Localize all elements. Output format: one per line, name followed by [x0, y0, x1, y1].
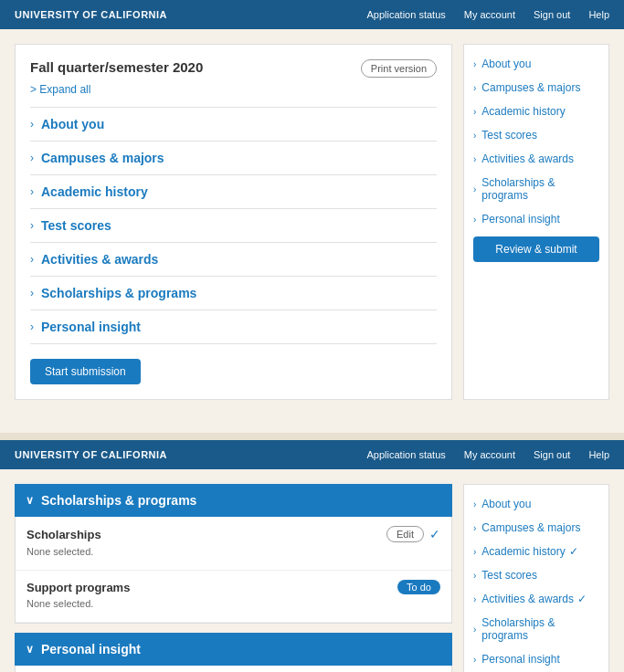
- brand-label: UNIVERSITY OF CALIFORNIA: [15, 9, 167, 20]
- edit-button[interactable]: Edit: [386, 526, 424, 542]
- sidebar-bottom-scholarships[interactable]: › Scholarships & programs: [464, 611, 608, 647]
- section-label: Academic history: [41, 184, 148, 199]
- todo-badge: To do: [397, 580, 440, 594]
- chevron-icon: ›: [30, 253, 34, 266]
- nav-sign-out[interactable]: Sign out: [534, 9, 570, 20]
- sidebar-review-button[interactable]: Review & submit: [473, 236, 599, 262]
- sidebar-label: Campuses & majors: [481, 521, 580, 534]
- nav-sign-out-2[interactable]: Sign out: [534, 449, 570, 460]
- support-actions: To do: [397, 580, 440, 594]
- scholarships-actions: Edit ✓: [386, 526, 440, 542]
- scholarships-sub: None selected.: [26, 546, 440, 561]
- nav-help[interactable]: Help: [588, 9, 609, 20]
- section-label: Personal insight: [41, 320, 141, 334]
- nav-application-status[interactable]: Application status: [367, 9, 446, 20]
- chevron-icon: ›: [473, 154, 476, 164]
- sidebar-label: Scholarships & programs: [481, 616, 599, 642]
- section-item-test-scores[interactable]: › Test scores: [30, 208, 437, 242]
- nav-links: Application status My account Sign out H…: [367, 9, 609, 20]
- support-title: Support programs: [26, 581, 130, 594]
- navbar: UNIVERSITY OF CALIFORNIA Application sta…: [0, 0, 624, 29]
- chevron-icon: ›: [473, 594, 476, 604]
- section-list: › About you › Campuses & majors › Academ…: [30, 107, 437, 344]
- support-sub: None selected.: [26, 598, 440, 613]
- sidebar-item-test-scores[interactable]: › Test scores: [464, 123, 608, 147]
- sidebar-bottom-academic[interactable]: › Academic history ✓: [464, 540, 608, 563]
- scholarships-header-label: Scholarships & programs: [41, 493, 196, 508]
- scholarships-accordion-body: Scholarships Edit ✓ None selected. Suppo…: [15, 517, 452, 624]
- sidebar-bottom-activities[interactable]: › Activities & awards ✓: [464, 587, 608, 611]
- brand-label-bottom: UNIVERSITY OF CALIFORNIA: [15, 449, 167, 460]
- scholarships-row: Scholarships Edit ✓ None selected.: [16, 517, 451, 571]
- chevron-down-icon-2: ∨: [26, 643, 34, 656]
- section-label: Test scores: [41, 218, 111, 233]
- sidebar-label: Activities & awards: [481, 593, 574, 605]
- sidebar-bottom-campuses[interactable]: › Campuses & majors: [464, 516, 608, 540]
- sidebar-label: About you: [481, 58, 531, 70]
- sidebar-label: Personal insight: [481, 653, 559, 666]
- section-item-scholarships[interactable]: › Scholarships & programs: [30, 276, 437, 310]
- chevron-icon: ›: [473, 107, 476, 117]
- section-label: Scholarships & programs: [41, 286, 196, 300]
- check-icon-2: ✓: [577, 593, 587, 605]
- chevron-icon: ›: [30, 118, 34, 131]
- print-button[interactable]: Print version: [361, 59, 437, 78]
- nav-application-status-2[interactable]: Application status: [367, 449, 446, 460]
- bottom-panel: UNIVERSITY OF CALIFORNIA Application sta…: [0, 440, 624, 672]
- nav-my-account-2[interactable]: My account: [464, 449, 515, 460]
- chevron-icon: ›: [30, 152, 34, 164]
- sidebar-item-personal[interactable]: › Personal insight: [464, 207, 608, 231]
- sidebar-bottom-about[interactable]: › About you: [464, 492, 608, 516]
- personal-accordion-body: Introduction to do Personal insight ques…: [15, 666, 452, 672]
- section-item-campuses[interactable]: › Campuses & majors: [30, 141, 437, 174]
- chevron-icon: ›: [473, 184, 476, 194]
- sidebar-label: Personal insight: [481, 213, 559, 226]
- sidebar-item-about-you[interactable]: › About you: [464, 52, 608, 76]
- chevron-icon: ›: [473, 547, 476, 557]
- chevron-icon: ›: [30, 287, 34, 299]
- sidebar-label: Test scores: [481, 569, 537, 582]
- top-main: Print version Fall quarter/semester 2020…: [15, 44, 452, 400]
- section-label: Campuses & majors: [41, 151, 164, 165]
- sidebar-label: Scholarships & programs: [481, 176, 599, 202]
- chevron-icon: ›: [473, 131, 476, 141]
- chevron-icon: ›: [473, 499, 476, 509]
- nav-my-account[interactable]: My account: [464, 9, 515, 20]
- personal-accordion-header[interactable]: ∨ Personal insight: [15, 633, 452, 666]
- nav-links-bottom: Application status My account Sign out H…: [367, 449, 609, 460]
- personal-accordion: ∨ Personal insight Introduction to do: [15, 633, 452, 672]
- sidebar-bottom: › About you › Campuses & majors › Academ…: [463, 484, 609, 672]
- introduction-row: Introduction to do: [16, 666, 451, 672]
- section-item-about-you[interactable]: › About you: [30, 107, 437, 141]
- sidebar-bottom-test-scores[interactable]: › Test scores: [464, 563, 608, 587]
- chevron-icon: ›: [473, 655, 476, 665]
- panel-divider: [0, 433, 624, 440]
- sidebar-item-academic[interactable]: › Academic history: [464, 100, 608, 123]
- sidebar-top: › About you › Campuses & majors › Academ…: [463, 44, 609, 400]
- sidebar-label: Activities & awards: [481, 152, 574, 165]
- chevron-icon: ›: [473, 83, 476, 93]
- sidebar-label: About you: [481, 498, 531, 510]
- check-circle-icon: ✓: [429, 527, 440, 541]
- section-item-academic[interactable]: › Academic history: [30, 174, 437, 208]
- chevron-down-icon: ∨: [26, 494, 34, 507]
- chevron-icon: ›: [473, 625, 476, 635]
- chevron-icon: ›: [473, 59, 476, 69]
- support-row-header: Support programs To do: [26, 580, 440, 594]
- chevron-icon: ›: [473, 215, 476, 225]
- sidebar-item-activities[interactable]: › Activities & awards: [464, 147, 608, 171]
- nav-help-2[interactable]: Help: [588, 449, 609, 460]
- sidebar-item-scholarships[interactable]: › Scholarships & programs: [464, 171, 608, 207]
- sidebar-bottom-personal[interactable]: › Personal insight: [464, 647, 608, 671]
- section-item-personal[interactable]: › Personal insight: [30, 310, 437, 344]
- expand-all-link[interactable]: > Expand all: [30, 83, 90, 96]
- sidebar-label: Academic history: [481, 545, 565, 558]
- bottom-main: ∨ Scholarships & programs Scholarships E…: [15, 484, 452, 672]
- scholarships-accordion-header[interactable]: ∨ Scholarships & programs: [15, 484, 452, 517]
- sidebar-item-campuses[interactable]: › Campuses & majors: [464, 76, 608, 100]
- chevron-icon: ›: [473, 571, 476, 581]
- start-submission-button[interactable]: Start submission: [30, 359, 141, 384]
- chevron-icon: ›: [30, 219, 34, 232]
- section-item-activities[interactable]: › Activities & awards: [30, 242, 437, 276]
- sidebar-label: Academic history: [481, 105, 565, 118]
